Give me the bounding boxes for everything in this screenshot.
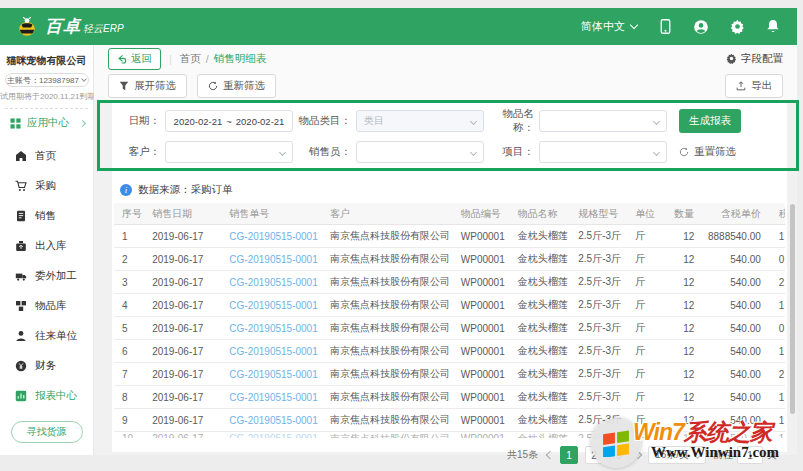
scrollbar-thumb[interactable] [790,204,795,414]
table-cell: 金枕头榴莲 [510,298,570,312]
table-cell: 12 [657,346,694,357]
back-button[interactable]: 返回 [108,48,161,70]
column-header: 销售日期 [144,207,221,221]
account-label: 主账号：123987987 [7,75,79,86]
table-cell: 金枕头榴莲 [510,344,570,358]
table-cell: 2019-06-17 [144,277,221,288]
table-cell: 7 [114,369,144,380]
outsourcing-truck-icon [15,270,27,282]
order-number-link[interactable]: CG-20190515-0001 [221,432,322,438]
reset-filter-label: 重置筛选 [694,145,736,159]
find-supply-button[interactable]: 寻找货源 [11,421,83,443]
table-cell: 2.5斤-3斤 [570,252,627,266]
sidebar-item-finance[interactable]: 财务 [0,351,93,381]
salesman-label: 销售员： [293,145,351,159]
chevron-down-icon [279,149,286,156]
items-boxes-icon [15,300,27,312]
finance-coin-icon [15,360,27,372]
sidebar-item-contacts[interactable]: 往来单位 [0,321,93,351]
table-cell: 12 [657,323,694,334]
info-icon: i [120,184,132,196]
order-number-link[interactable]: CG-20190515-0001 [221,323,322,334]
topbar-actions: 简体中文 [581,19,781,35]
sidebar-item-home[interactable]: 首页 [0,141,93,171]
table-row: 72019-06-17CG-20190515-0001南京焦点科技股份有限公司W… [114,363,785,386]
order-number-link[interactable]: CG-20190515-0001 [221,346,322,357]
order-number-link[interactable]: CG-20190515-0001 [221,254,322,265]
table-cell: 3 [114,277,144,288]
salesman-select[interactable] [356,141,484,163]
sidebar-item-items-library[interactable]: 物品库 [0,291,93,321]
table-cell: 2.5斤-3斤 [570,275,627,289]
table-cell: 南京焦点科技股份有限公司 [322,229,453,243]
project-select[interactable] [539,141,667,163]
table-cell: 0 [765,254,785,265]
export-button[interactable]: 导出 [725,74,783,98]
date-range-input[interactable]: 2020-02-21 ~ 2020-02-21 [165,110,293,132]
mobile-app-button[interactable] [657,19,673,35]
table-cell: WP00001 [453,323,510,334]
expand-filter-button[interactable]: 展开筛选 [108,74,187,98]
item-name-select[interactable] [539,110,667,132]
refilter-button[interactable]: 重新筛选 [197,74,276,98]
report-chart-icon [15,390,27,402]
order-number-link[interactable]: CG-20190515-0001 [221,415,322,426]
table-cell: 2019-06-17 [144,254,221,265]
sidebar-item-reports[interactable]: 报表中心 [0,381,93,411]
table-cell: 南京焦点科技股份有限公司 [322,275,453,289]
sidebar-item-warehouse[interactable]: 出入库 [0,231,93,261]
table-row: 82019-06-17CG-20190515-0001南京焦点科技股份有限公司W… [114,386,785,409]
back-arrow-icon [117,54,127,64]
order-number-link[interactable]: CG-20190515-0001 [221,300,322,311]
prev-page-icon[interactable] [546,451,554,459]
customer-label: 客户： [118,145,160,159]
order-number-link[interactable]: CG-20190515-0001 [221,231,322,242]
order-number-link[interactable]: CG-20190515-0001 [221,277,322,288]
notifications-button[interactable] [765,19,781,35]
sidebar-item-sales[interactable]: 销售 [0,201,93,231]
page-button-1[interactable]: 1 [560,446,578,464]
customer-service-button[interactable] [693,19,709,35]
chevron-down-icon [81,76,87,82]
data-source-row: i 数据来源：采购订单 [112,175,787,203]
generate-report-button[interactable]: 生成报表 [679,109,741,133]
sidebar-item-label: 财务 [35,359,56,373]
table-cell: 1 [765,392,785,403]
chevron-down-icon [470,118,477,125]
company-name: 猫咪宠物有限公司 [0,45,93,68]
table-cell: 540.00 [694,254,764,265]
table-cell: 1 [765,231,785,242]
sidebar-item-purchase[interactable]: 采购 [0,171,93,201]
field-config-button[interactable]: 字段配置 [726,52,783,66]
expand-filter-label: 展开筛选 [134,79,176,93]
settings-button[interactable] [729,19,745,35]
reset-filter-button[interactable]: 重置筛选 [679,145,736,159]
watermark-url: Www.Winwin7.com [651,444,779,461]
table-cell: 6 [114,346,144,357]
customer-select[interactable] [165,141,293,163]
sidebar-item-label: 首页 [35,149,56,163]
sidebar-app-center[interactable]: 应用中心 [0,109,93,137]
table-cell: 2019-06-17 [144,369,221,380]
table-cell: 金枕头榴莲 [510,413,570,427]
breadcrumb-home[interactable]: 首页 [180,52,201,66]
logo-text-sub: 轻云ERP [83,22,124,36]
cart-icon [15,180,27,192]
sidebar-item-label: 销售 [35,209,56,223]
data-source-note: 数据来源：采购订单 [138,183,233,197]
order-number-link[interactable]: CG-20190515-0001 [221,369,322,380]
account-selector[interactable]: 主账号：123987987 [5,73,89,87]
category-select[interactable]: 类目 [356,110,484,132]
table-cell: 2019-06-17 [144,300,221,311]
sidebar-item-outsourcing[interactable]: 委外加工 [0,261,93,291]
table-cell: 2 [765,369,785,380]
sidebar-item-label: 采购 [35,179,56,193]
table-cell: WP00001 [453,254,510,265]
field-config-label: 字段配置 [741,52,783,66]
table-cell: WP00001 [453,346,510,357]
table-cell: 2.5斤-3斤 [570,321,627,335]
vertical-scrollbar[interactable] [789,198,796,432]
sales-detail-table: 序号销售日期销售单号客户物品编号物品名称规格型号单位数量含税单价税率 12019… [114,203,785,438]
language-selector[interactable]: 简体中文 [581,19,637,34]
order-number-link[interactable]: CG-20190515-0001 [221,392,322,403]
